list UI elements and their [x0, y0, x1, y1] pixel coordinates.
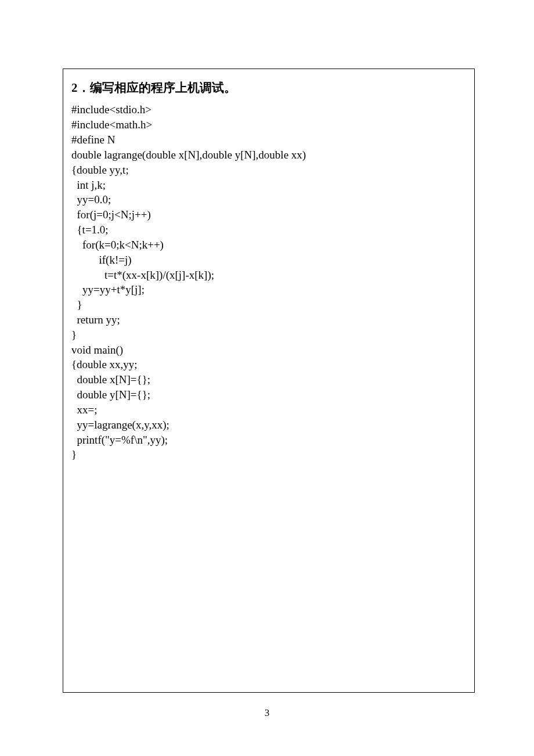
section-heading: 2．编写相应的程序上机调试。 [71, 80, 466, 96]
code-block: #include<stdio.h> #include<math.h> #defi… [71, 102, 466, 462]
page-number: 3 [0, 707, 534, 719]
content-frame: 2．编写相应的程序上机调试。 #include<stdio.h> #includ… [63, 69, 475, 693]
